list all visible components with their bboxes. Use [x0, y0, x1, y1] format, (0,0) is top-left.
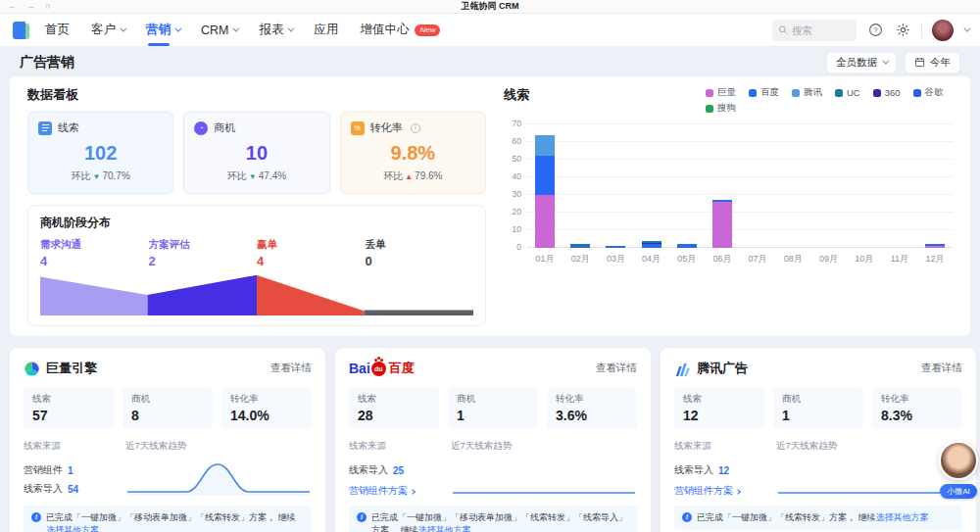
funnel-title: 商机阶段分布 [40, 215, 473, 231]
source-row[interactable]: 线索导入54 [24, 482, 125, 496]
bar-08月[interactable] [775, 124, 810, 248]
legend-item[interactable]: 腾讯 [792, 86, 822, 99]
stat-card-leads[interactable]: 线索 102 环比▼70.7% [27, 112, 173, 194]
legend-item[interactable]: 搜狗 [706, 102, 736, 115]
bar-11月[interactable] [882, 124, 917, 248]
component-plan-link[interactable]: 营销组件方案 [349, 484, 451, 498]
chart-x-axis: 01月02月03月04月05月06月07月08月09月10月11月12月 [527, 253, 953, 266]
help-icon[interactable]: ? [866, 22, 884, 39]
trend-up-icon: ▲ [405, 172, 413, 181]
chevron-right-icon [410, 489, 416, 495]
nav-item-crm[interactable]: CRM [201, 14, 237, 46]
choose-plan-link[interactable]: 选择其他方案 [46, 525, 99, 532]
chevron-down-icon [174, 25, 181, 32]
svg-text:?: ? [873, 25, 878, 34]
stat-card-opportunities[interactable]: ◔ 商机 10 环比▼47.4% [183, 112, 329, 194]
source-title: 线索来源 [674, 440, 776, 453]
source-title: 线索来源 [349, 440, 451, 453]
bar-06月[interactable] [705, 124, 740, 248]
opportunity-icon: ◔ [194, 121, 208, 135]
user-avatar[interactable] [932, 20, 954, 41]
bar-05月[interactable] [669, 124, 705, 248]
detail-link[interactable]: 查看详情 [270, 362, 312, 375]
pstat-opps: 商机8 [122, 387, 213, 429]
nav-item-marketing[interactable]: 营销 [146, 14, 179, 46]
legend-item[interactable]: 360 [873, 86, 901, 99]
legend-item[interactable]: 百度 [749, 86, 779, 99]
chart-plot [527, 124, 953, 248]
chevron-down-icon [882, 58, 889, 65]
nav-item-value-center[interactable]: 增值中心New [360, 14, 440, 46]
ai-assistant[interactable]: 小微AI [933, 441, 980, 499]
funnel-labels: 需求沟通 4 方案评估 2 赢单 4 丢单 0 [40, 238, 473, 268]
page-title: 广告营销 [20, 54, 74, 72]
detail-link[interactable]: 查看详情 [596, 362, 637, 375]
trend-title: 近7天线索趋势 [451, 440, 512, 453]
assistant-label: 小微AI [940, 484, 977, 499]
choose-plan-link[interactable]: 选择其他方案 [876, 512, 929, 522]
component-plan-link[interactable]: 营销组件方案 [674, 484, 776, 498]
search-box[interactable] [772, 20, 857, 41]
new-badge: New [415, 24, 440, 36]
legend-item[interactable]: 谷歌 [913, 86, 944, 99]
legend-item[interactable]: 巨量 [706, 86, 736, 99]
source-row[interactable]: 线索导入12 [674, 463, 776, 477]
funnel-stage[interactable]: 丢单 0 [366, 238, 474, 268]
bar-01月[interactable] [527, 124, 563, 248]
opportunities-value: 10 [194, 142, 318, 165]
pstat-leads: 线索57 [24, 387, 114, 429]
info-icon[interactable]: i [411, 123, 420, 133]
nav-item-reports[interactable]: 报表 [259, 14, 292, 46]
card-title: 巨量引擎 [46, 360, 97, 377]
funnel-chart [40, 272, 473, 315]
assistant-avatar[interactable] [939, 441, 978, 480]
bar-02月[interactable] [563, 124, 598, 248]
conversion-icon: % [351, 121, 365, 135]
legend-item[interactable]: UC [835, 86, 860, 99]
chevron-down-icon [120, 25, 126, 32]
search-icon [778, 24, 788, 35]
bar-09月[interactable] [810, 124, 846, 248]
pstat-leads: 线索12 [674, 387, 764, 429]
leads-delta: 环比▼70.7% [38, 169, 163, 183]
pstat-opps: 商机1 [773, 387, 863, 429]
scope-selector[interactable]: 全员数据 [826, 52, 897, 73]
pstat-opps: 商机1 [448, 387, 538, 429]
funnel-stage[interactable]: 赢单 4 [257, 238, 366, 268]
bar-03月[interactable] [598, 124, 633, 248]
detail-link[interactable]: 查看详情 [921, 362, 962, 375]
nav-item-home[interactable]: 首页 [45, 14, 70, 46]
nav-item-apps[interactable]: 应用 [314, 14, 338, 46]
app-logo-icon[interactable] [12, 21, 31, 40]
funnel-stage[interactable]: 方案评估 2 [149, 238, 258, 268]
source-row[interactable]: 线索导入25 [349, 463, 451, 477]
bar-10月[interactable] [847, 124, 882, 248]
bar-07月[interactable] [740, 124, 775, 248]
search-input[interactable] [792, 24, 851, 36]
info-icon: i [357, 512, 367, 522]
pstat-conv: 转化率14.0% [221, 387, 312, 429]
trend-down-icon: ▼ [249, 172, 257, 181]
gear-icon[interactable] [894, 22, 911, 39]
chevron-down-icon[interactable] [963, 25, 970, 32]
conversion-delta: 环比▲79.6% [351, 169, 475, 183]
trend-title: 近7天线索趋势 [125, 440, 186, 453]
divider [921, 23, 922, 38]
info-icon: i [31, 512, 41, 522]
trend-sparkline [125, 459, 312, 498]
funnel-stage[interactable]: 需求沟通 4 [40, 238, 149, 268]
trend-down-icon: ▼ [93, 172, 101, 181]
date-range-button[interactable]: 今年 [905, 52, 960, 73]
card-title: 腾讯广告 [697, 360, 748, 377]
bar-12月[interactable] [917, 124, 953, 248]
card-baidu: Bai du 百度 查看详情 线索28 商机1 转化率3.6% 线索来源 近7天… [335, 348, 651, 532]
nav-item-customers[interactable]: 客户 [91, 14, 124, 46]
notice-banner: i 已完成「一键加微」「线索转发」方案， 继续选择其他方案 [674, 506, 962, 530]
chevron-down-icon [288, 25, 295, 32]
source-row[interactable]: 营销组件1 [24, 463, 125, 477]
chart-title: 线索 [504, 86, 529, 104]
choose-plan-link[interactable]: 选择其他方案 [418, 525, 471, 532]
bar-04月[interactable] [634, 124, 669, 248]
chart-bars [527, 124, 953, 248]
stat-card-conversion[interactable]: % 转化率 i 9.8% 环比▲79.6% [340, 112, 486, 194]
